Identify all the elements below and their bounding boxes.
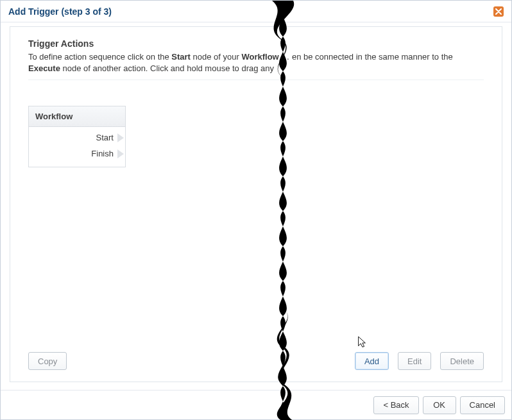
- port-icon[interactable]: [117, 133, 124, 142]
- close-button[interactable]: [493, 6, 504, 17]
- port-icon[interactable]: [117, 149, 124, 158]
- intro-start-bold: Start: [171, 52, 191, 62]
- intro-workflow-bold: Workflow: [241, 52, 278, 62]
- section-intro: To define action sequence click on the S…: [28, 51, 484, 74]
- workflow-node-label: Start: [96, 133, 114, 142]
- workflow-node-start[interactable]: Start: [29, 130, 125, 146]
- dialog-title: Add Trigger (step 3 of 3): [8, 6, 112, 17]
- divider: [28, 80, 484, 80]
- content-panel: Trigger Actions To define action sequenc…: [10, 26, 502, 382]
- cancel-button[interactable]: Cancel: [460, 396, 505, 414]
- add-button[interactable]: Add: [355, 352, 389, 370]
- intro-text: node of another action. Click and hold m…: [60, 63, 274, 73]
- dialog-footer: < Back OK Cancel: [1, 390, 511, 419]
- workflow-card-header: Workflow: [29, 106, 125, 127]
- intro-text: To define action sequence click on the: [28, 52, 171, 62]
- workflow-node-label: Finish: [91, 149, 114, 158]
- close-icon: [495, 8, 502, 15]
- intro-execute-bold: Execute: [28, 63, 60, 73]
- workflow-card-body: Start Finish: [29, 127, 125, 167]
- ok-button[interactable]: OK: [423, 396, 456, 414]
- workflow-card[interactable]: Workflow Start Finish: [28, 106, 126, 167]
- back-button[interactable]: < Back: [373, 396, 418, 414]
- intro-text: node of your: [191, 52, 242, 62]
- action-button-row: Copy Add Edit Delete: [28, 352, 484, 370]
- edit-button[interactable]: Edit: [398, 352, 431, 370]
- workflow-node-finish[interactable]: Finish: [29, 146, 125, 162]
- dialog-header: Add Trigger (step 3 of 3): [1, 1, 511, 22]
- delete-button[interactable]: Delete: [440, 352, 484, 370]
- copy-button[interactable]: Copy: [28, 352, 67, 370]
- add-trigger-dialog: Add Trigger (step 3 of 3) Trigger Action…: [0, 0, 512, 420]
- intro-text: … en be connected in the same manner to …: [279, 52, 453, 62]
- section-heading: Trigger Actions: [28, 38, 484, 49]
